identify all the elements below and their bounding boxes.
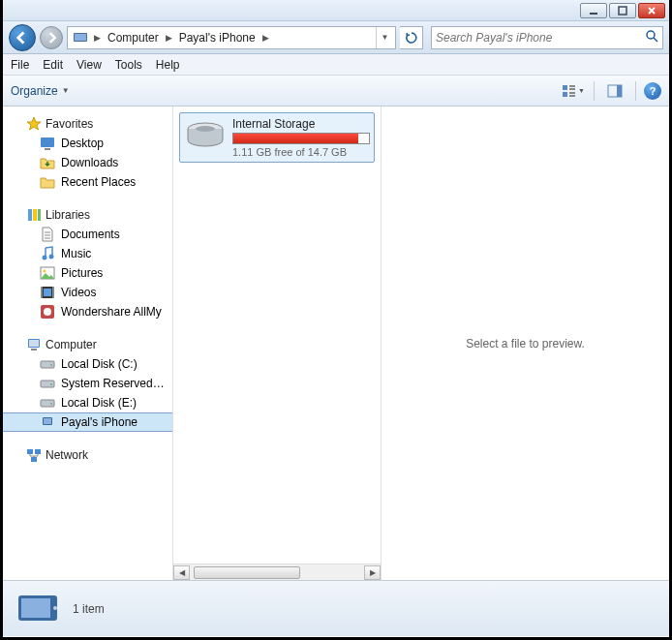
network-header[interactable]: Network [3,445,172,465]
chevron-right-icon[interactable]: ▶ [163,33,175,43]
item-count: 1 item [73,602,105,616]
svg-rect-30 [31,349,37,350]
horizontal-scrollbar[interactable]: ◀ ▶ [173,564,381,580]
libraries-header[interactable]: Libraries [3,205,172,225]
svg-rect-10 [569,95,575,97]
svg-rect-5 [563,85,567,90]
breadcrumb-device[interactable]: Payal's iPhone [175,28,260,47]
recent-places-icon [40,174,55,190]
svg-point-34 [50,383,52,385]
internal-storage-item[interactable]: Internal Storage 1.11 GB free of 14.7 GB [179,112,375,163]
separator [594,81,595,101]
menu-file[interactable]: File [11,58,29,72]
svg-rect-39 [27,449,33,454]
svg-rect-12 [617,85,622,97]
toolbar: Organize ▼ ▼ ? [3,76,669,107]
search-input[interactable] [436,31,645,45]
network-label: Network [46,448,88,462]
sidebar-item-documents[interactable]: Documents [3,225,172,244]
computer-group: Computer Local Disk (C:) System Reserved… [3,335,172,432]
storage-icon [184,117,227,152]
computer-header[interactable]: Computer [3,335,172,354]
sidebar-item-desktop[interactable]: Desktop [3,134,172,153]
sidebar-item-music[interactable]: Music [3,244,172,263]
videos-icon [40,285,55,300]
storage-fill [233,134,358,143]
scroll-track[interactable] [190,565,364,580]
scroll-thumb[interactable] [194,566,300,579]
drive-icon [40,395,55,411]
svg-point-32 [50,364,52,366]
minimize-button[interactable] [580,3,607,18]
details-pane: 1 item [3,580,669,636]
svg-point-4 [647,31,655,39]
libraries-group: Libraries Documents Music Pictures Video… [3,205,172,321]
menu-edit[interactable]: Edit [43,58,63,72]
desktop-icon [40,136,55,151]
chevron-right-icon[interactable]: ▶ [260,33,272,43]
breadcrumb-computer[interactable]: Computer [104,28,163,47]
app-icon [40,304,55,320]
svg-rect-38 [44,418,51,424]
menu-help[interactable]: Help [156,58,180,72]
documents-icon [40,227,55,242]
svg-rect-24 [52,287,54,298]
forward-button[interactable] [40,26,63,49]
maximize-button[interactable] [609,3,636,18]
svg-rect-14 [45,148,50,150]
main-area: Favorites Desktop Downloads Recent Place… [3,107,669,580]
svg-rect-41 [31,457,37,462]
svg-rect-35 [41,400,54,407]
search-box[interactable] [431,26,663,49]
svg-rect-0 [590,13,597,15]
scroll-left-button[interactable]: ◀ [173,565,190,580]
pictures-icon [40,265,55,281]
sidebar-item-wondershare[interactable]: Wondershare AllMy [3,302,172,321]
svg-point-43 [196,126,215,132]
svg-rect-13 [41,137,54,147]
sidebar-item-downloads[interactable]: Downloads [3,153,172,172]
drive-icon [40,376,55,391]
device-large-icon [15,592,61,626]
svg-rect-31 [41,361,54,368]
svg-rect-7 [569,88,575,90]
view-options-button[interactable]: ▼ [561,80,586,102]
network-icon [26,447,42,463]
close-button[interactable] [638,3,665,18]
scroll-right-button[interactable]: ▶ [364,565,381,580]
computer-icon [26,337,42,352]
content-pane: Internal Storage 1.11 GB free of 14.7 GB… [173,107,381,580]
svg-point-27 [44,308,51,316]
help-button[interactable]: ? [644,82,661,100]
navigation-bar: ▶ Computer ▶ Payal's iPhone ▶ ▼ [3,21,669,54]
separator [635,81,636,101]
preview-message: Select a file to preview. [466,337,585,350]
search-icon[interactable] [645,29,658,46]
menu-view[interactable]: View [76,58,102,72]
sidebar-item-local-disk-c[interactable]: Local Disk (C:) [3,354,172,374]
breadcrumb-dropdown[interactable]: ▼ [376,27,393,48]
breadcrumb[interactable]: ▶ Computer ▶ Payal's iPhone ▶ ▼ [67,26,396,49]
sidebar-item-payals-iphone[interactable]: Payal's iPhone [3,412,172,432]
svg-rect-29 [29,340,39,347]
favorites-group: Favorites Desktop Downloads Recent Place… [3,114,172,192]
organize-button[interactable]: Organize ▼ [11,84,70,98]
preview-pane-button[interactable] [602,80,627,102]
sidebar-item-videos[interactable]: Videos [3,283,172,302]
back-button[interactable] [9,24,36,51]
downloads-icon [40,155,55,170]
sidebar-item-local-disk-e[interactable]: Local Disk (E:) [3,393,172,412]
chevron-down-icon: ▼ [62,86,70,95]
chevron-right-icon[interactable]: ▶ [91,33,104,43]
favorites-label: Favorites [46,117,93,131]
menu-tools[interactable]: Tools [115,58,142,72]
favorites-header[interactable]: Favorites [3,114,172,134]
preview-pane: Select a file to preview. [381,107,669,580]
sidebar-item-system-reserved[interactable]: System Reserved (D: [3,374,172,393]
svg-rect-15 [28,209,32,221]
svg-point-36 [50,403,52,405]
sidebar-item-recent-places[interactable]: Recent Places [3,172,172,192]
refresh-button[interactable] [400,26,423,49]
svg-rect-17 [38,209,41,221]
sidebar-item-pictures[interactable]: Pictures [3,263,172,283]
